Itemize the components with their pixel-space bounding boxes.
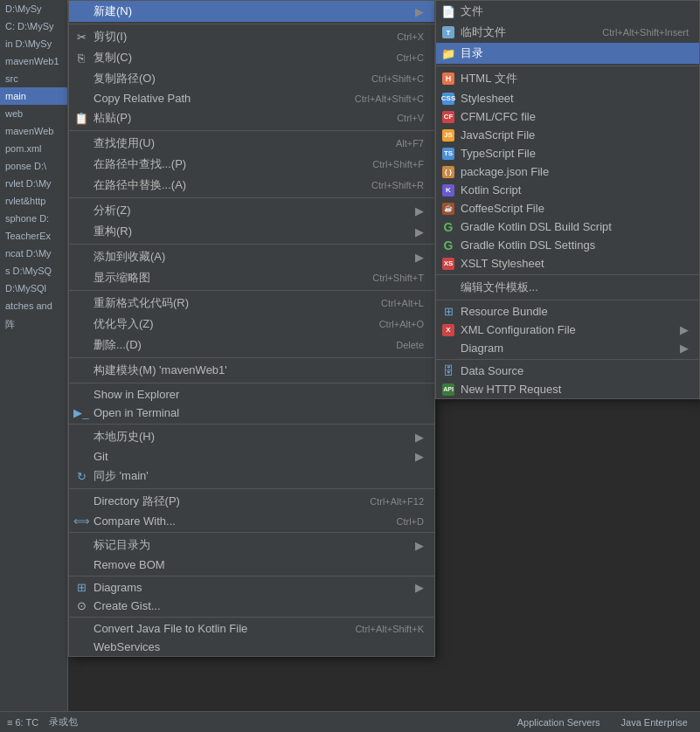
right-menu-item-gradle-build[interactable]: G Gradle Kotlin DSL Build Script [436,218,699,236]
separator-9 [69,488,434,489]
menu-item-new[interactable]: 新建(N) ▶ [69,1,434,22]
html-icon: H [441,72,455,86]
menu-item-find-in-path-shortcut: Ctrl+Shift+F [372,159,424,169]
menu-item-copy-relative-path-shortcut: Ctrl+Alt+Shift+C [355,93,424,104]
menu-item-java-to-kotlin[interactable]: Convert Java File to Kotlin File Ctrl+Al… [69,619,434,638]
menu-item-sync-label: 同步 'main' [94,468,424,484]
status-item-java-enterprise[interactable]: Java Enterprise [616,715,693,729]
right-menu-item-resource-bundle[interactable]: ⊞ Resource Bundle [436,302,699,321]
menu-item-java-to-kotlin-label: Convert Java File to Kotlin File [94,622,337,635]
separator-6 [69,357,434,358]
right-menu-item-temp[interactable]: T 临时文件 Ctrl+Alt+Shift+Insert [436,22,699,43]
menu-item-copy-path[interactable]: 复制路径(O) Ctrl+Shift+C [69,68,434,89]
menu-item-favorites[interactable]: 添加到收藏(A) ▶ [69,246,434,267]
menu-item-remove-bom[interactable]: Remove BOM [69,556,434,574]
menu-item-replace-in-path[interactable]: 在路径中替换...(A) Ctrl+Shift+R [69,175,434,196]
right-menu-item-css-label: Stylesheet [461,92,689,105]
sidebar-item-6[interactable]: web [0,105,67,122]
right-menu-item-cfml[interactable]: CF CFML/CFC file [436,107,699,126]
menu-item-open-terminal[interactable]: ▶_ Open in Terminal [69,404,434,422]
menu-item-create-gist[interactable]: ⊙ Create Gist... [69,597,434,615]
right-menu-item-html[interactable]: H HTML 文件 [436,68,699,89]
menu-item-reformat[interactable]: 重新格式化代码(R) Ctrl+Alt+L [69,293,434,314]
menu-item-local-history[interactable]: 本地历史(H) ▶ [69,426,434,447]
sidebar-item-9[interactable]: ponse D:\ [0,157,67,175]
menu-item-find-in-path[interactable]: 在路径中查找...(P) Ctrl+Shift+F [69,154,434,175]
xml-arrow: ▶ [680,323,689,336]
right-menu-item-html-label: HTML 文件 [461,71,689,86]
right-menu-item-gradle-settings[interactable]: G Gradle Kotlin DSL Settings [436,236,699,254]
menu-item-build-module[interactable]: 构建模块(M) 'mavenWeb1' [69,360,434,381]
sidebar-item-main[interactable]: main [0,87,67,105]
menu-item-delete[interactable]: 删除...(D) Delete [69,335,434,356]
menu-item-refactor[interactable]: 重构(R) ▶ [69,221,434,242]
status-item-tc: ≡ 6: TC [7,717,38,728]
menu-item-copy[interactable]: ⎘ 复制(C) Ctrl+C [69,47,434,68]
right-menu-item-css[interactable]: CSS Stylesheet [436,89,699,107]
right-menu-item-datasource-label: Data Source [461,364,689,377]
sidebar-item-14[interactable]: ncat D:\My [0,245,67,262]
right-menu-item-xml[interactable]: X XML Configuration File ▶ [436,321,699,339]
right-menu-item-file[interactable]: 📄 文件 [436,1,699,22]
sidebar-item-11[interactable]: rvlet&http [0,192,67,210]
sidebar-item-12[interactable]: sphone D: [0,210,67,227]
menu-item-thumbnail[interactable]: 显示缩略图 Ctrl+Shift+T [69,267,434,288]
menu-item-git[interactable]: Git ▶ [69,447,434,466]
right-menu-item-pkg[interactable]: { } package.json File [436,162,699,181]
sidebar-item-2[interactable]: in D:\MySy [0,35,67,52]
menu-item-optimize-imports[interactable]: 优化导入(Z) Ctrl+Alt+O [69,314,434,335]
menu-item-copy-path-shortcut: Ctrl+Shift+C [371,73,424,84]
right-menu-item-coffee[interactable]: ☕ CoffeeScript File [436,199,699,218]
paste-icon: 📋 [74,111,88,125]
status-item-app-servers[interactable]: Application Servers [512,715,606,729]
sidebar-item-17[interactable]: atches and [0,297,67,314]
menu-item-compare[interactable]: ⟺ Compare With... Ctrl+D [69,512,434,530]
separator-8 [69,424,434,425]
menu-item-copy-relative-path[interactable]: Copy Relative Path Ctrl+Alt+Shift+C [69,89,434,107]
menu-item-paste-label: 粘贴(P) [94,110,379,126]
right-menu-item-diagram[interactable]: Diagram ▶ [436,339,699,357]
right-menu-item-gradle-settings-label: Gradle Kotlin DSL Settings [461,238,689,252]
sidebar-item-4[interactable]: src [0,70,67,87]
sidebar-item-10[interactable]: rvlet D:\My [0,175,67,192]
right-menu-item-ts[interactable]: TS TypeScript File [436,144,699,162]
menu-item-diagrams[interactable]: ⊞ Diagrams ▶ [69,578,434,597]
right-menu-item-http[interactable]: API New HTTP Request [436,380,699,398]
sidebar-item-15[interactable]: s D:\MySQ [0,262,67,280]
menu-item-cut-label: 剪切(I) [94,29,379,45]
right-menu-item-js[interactable]: JS JavaScript File [436,126,699,144]
sidebar-item-18[interactable]: 阵 [0,314,67,335]
menu-item-paste[interactable]: 📋 粘贴(P) Ctrl+V [69,107,434,128]
datasource-icon: 🗄 [441,364,455,378]
menu-item-webservices[interactable]: WebServices [69,638,434,656]
right-menu-item-datasource[interactable]: 🗄 Data Source [436,362,699,380]
menu-item-show-explorer[interactable]: Show in Explorer [69,385,434,404]
sidebar-item-0[interactable]: D:\MySy [0,0,67,17]
menu-item-refactor-label: 重构(R) [94,224,408,239]
menu-item-analyze[interactable]: 分析(Z) ▶ [69,200,434,221]
right-menu-item-edit-templates[interactable]: 编辑文件模板... [436,277,699,298]
menu-item-cut-shortcut: Ctrl+X [397,31,424,42]
right-menu-item-xslt-label: XSLT Stylesheet [461,257,689,270]
right-menu-item-dir[interactable]: 📁 目录 [436,43,699,64]
sidebar-item-7[interactable]: mavenWeb [0,122,67,140]
right-menu-item-xslt[interactable]: XS XSLT Stylesheet [436,254,699,273]
sidebar-item-8[interactable]: pom.xml [0,140,67,157]
refactor-arrow: ▶ [415,225,424,238]
menu-item-mark-dir[interactable]: 标记目录为 ▶ [69,535,434,556]
menu-item-find-usages[interactable]: 查找使用(U) Alt+F7 [69,133,434,154]
menu-item-remove-bom-label: Remove BOM [94,558,424,571]
separator-5 [69,290,434,291]
menu-item-sync[interactable]: ↻ 同步 'main' [69,466,434,487]
right-menu-item-kotlin[interactable]: K Kotlin Script [436,181,699,199]
sidebar-item-13[interactable]: TeacherEx [0,227,67,245]
sidebar-item-1[interactable]: C: D:\MySy [0,17,67,35]
sync-icon: ↻ [74,469,88,483]
menu-item-show-explorer-label: Show in Explorer [94,388,424,401]
separator-3 [69,197,434,198]
menu-item-directory-path[interactable]: Directory 路径(P) Ctrl+Alt+F12 [69,491,434,512]
folder-icon: 📁 [441,46,455,60]
sidebar-item-3[interactable]: mavenWeb1 [0,52,67,70]
sidebar-item-16[interactable]: D:\MySQl [0,280,67,297]
menu-item-cut[interactable]: ✂ 剪切(I) Ctrl+X [69,26,434,47]
